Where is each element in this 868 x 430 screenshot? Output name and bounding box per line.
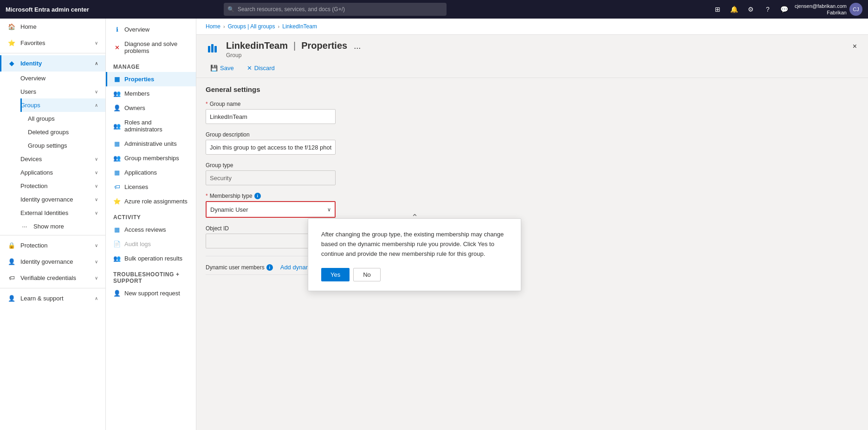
- azure-role-nav-label: Azure role assignments: [124, 198, 188, 205]
- sub-nav-applications[interactable]: ▦ Applications: [106, 165, 196, 180]
- support-icon: 👤: [113, 290, 121, 297]
- diagnose-icon: ✕: [113, 44, 121, 51]
- topbar-icons: ⊞ 🔔 ⚙ ? 💬 cjensen@fabrikan.com Fabrikan …: [711, 3, 862, 16]
- sub-nav-bulk-operations[interactable]: 👥 Bulk operation results: [106, 251, 196, 266]
- settings-icon[interactable]: ⚙: [745, 3, 758, 16]
- discard-icon: ✕: [247, 65, 252, 72]
- sidebar-item-groups[interactable]: Groups ∧: [20, 98, 105, 112]
- dynamic-members-label: Dynamic user members i: [206, 264, 273, 271]
- credentials-icon: 🏷: [7, 274, 16, 281]
- devices-label: Devices: [20, 156, 90, 163]
- sub-nav-admin-units[interactable]: ▦ Administrative units: [106, 137, 196, 151]
- protection-label: Protection: [20, 182, 90, 189]
- dynamic-members-info-icon[interactable]: i: [266, 264, 273, 271]
- sidebar-item-protection2[interactable]: 🔒 Protection ∨: [0, 237, 105, 254]
- sidebar-item-protection[interactable]: Protection ∨: [20, 179, 105, 193]
- owners-nav-label: Owners: [124, 104, 145, 111]
- sidebar-item-users[interactable]: Users ∨: [20, 85, 105, 98]
- sub-nav-properties[interactable]: ▦ Properties: [106, 72, 196, 86]
- sidebar-item-learn-support[interactable]: 👤 Learn & support ∧: [0, 290, 105, 306]
- manage-section-header: Manage: [106, 58, 196, 72]
- sidebar-item-verifiable-credentials[interactable]: 🏷 Verifiable credentials ∨: [0, 270, 105, 286]
- save-label: Save: [220, 65, 234, 72]
- roles-icon: 👥: [113, 123, 121, 130]
- search-input[interactable]: [224, 3, 447, 16]
- applications-nav-label: Applications: [124, 169, 157, 176]
- breadcrumb-home[interactable]: Home: [206, 23, 220, 30]
- sidebar-item-identity[interactable]: ◆ Identity ∧: [0, 55, 105, 72]
- content-wrapper: ℹ Overview ✕ Diagnose and solve problems…: [106, 19, 868, 430]
- breadcrumb-sep-1: ›: [223, 24, 225, 29]
- group-description-field: Group description: [206, 131, 859, 155]
- user-org: Fabrikan: [795, 9, 847, 16]
- star-icon: ⭐: [7, 39, 16, 46]
- sidebar-item-home[interactable]: 🏠 Home: [0, 19, 105, 35]
- identity-label: Identity: [20, 60, 90, 67]
- search-icon: 🔍: [227, 6, 234, 13]
- sub-nav-azure-role[interactable]: ⭐ Azure role assignments: [106, 194, 196, 208]
- page-header: LinkedinTeam | Properties ... Group ×: [196, 35, 868, 59]
- groups-chevron: ∧: [95, 103, 98, 108]
- main-layout: 🏠 Home ⭐ Favorites ∨ ◆ Identity ∧ Overvi…: [0, 19, 868, 430]
- save-button[interactable]: 💾 Save: [206, 62, 239, 74]
- users-label: Users: [20, 88, 90, 95]
- sub-nav-access-reviews[interactable]: ▦ Access reviews: [106, 222, 196, 237]
- user-menu[interactable]: cjensen@fabrikan.com Fabrikan CJ: [795, 3, 862, 16]
- sub-nav-new-support[interactable]: 👤 New support request: [106, 286, 196, 300]
- sidebar-item-group-settings[interactable]: Group settings: [28, 139, 105, 152]
- sidebar-item-favorites[interactable]: ⭐ Favorites ∨: [0, 35, 105, 51]
- sub-nav-overview[interactable]: ℹ Overview: [106, 22, 196, 37]
- sidebar-item-applications[interactable]: Applications ∨: [20, 166, 105, 179]
- show-more-label: Show more: [33, 223, 98, 230]
- section-title: General settings: [206, 85, 859, 93]
- devices-chevron: ∨: [95, 156, 98, 162]
- sidebar-item-external-identities[interactable]: External Identities ∨: [20, 206, 105, 220]
- protection2-chevron: ∨: [95, 243, 98, 248]
- membership-type-field: * Membership type i Dynamic User Assigne…: [206, 193, 859, 218]
- identity-subnav: Overview Users ∨ Groups ∧ All groups Del…: [0, 72, 105, 233]
- object-id-input: [206, 234, 319, 248]
- sidebar-item-show-more[interactable]: ··· Show more: [20, 220, 105, 233]
- sidebar-item-identity-governance[interactable]: Identity governance ∨: [20, 193, 105, 206]
- feedback-icon[interactable]: 💬: [778, 3, 791, 16]
- membership-type-select[interactable]: Dynamic User Assigned Dynamic Device: [207, 202, 335, 217]
- breadcrumb: Home › Groups | All groups › LinkedInTea…: [196, 19, 868, 35]
- governance-icon: 👤: [7, 258, 16, 265]
- sub-nav-diagnose[interactable]: ✕ Diagnose and solve problems: [106, 37, 196, 58]
- help-icon[interactable]: ?: [761, 3, 774, 16]
- discard-button[interactable]: ✕ Discard: [242, 62, 279, 74]
- troubleshooting-section-header: Troubleshooting + Support: [106, 266, 196, 286]
- group-description-input[interactable]: [206, 140, 336, 155]
- sub-nav-members[interactable]: 👥 Members: [106, 86, 196, 101]
- group-settings-label: Group settings: [28, 142, 98, 149]
- more-options-button[interactable]: ...: [351, 41, 363, 51]
- dialog-yes-button[interactable]: Yes: [321, 268, 350, 281]
- sub-nav-roles[interactable]: 👥 Roles and administrators: [106, 115, 196, 137]
- sub-nav-licenses[interactable]: 🏷 Licenses: [106, 180, 196, 194]
- bulk-operations-icon: 👥: [113, 255, 121, 262]
- sidebar-item-deleted-groups[interactable]: Deleted groups: [28, 125, 105, 139]
- audit-logs-nav-label: Audit logs: [124, 241, 151, 248]
- sidebar-item-overview[interactable]: Overview: [20, 72, 105, 85]
- user-info: cjensen@fabrikan.com Fabrikan: [795, 3, 847, 16]
- sub-nav-group-memberships[interactable]: 👥 Group memberships: [106, 151, 196, 165]
- group-memberships-nav-label: Group memberships: [124, 155, 179, 162]
- membership-info-icon[interactable]: i: [254, 193, 261, 199]
- dialog-no-button[interactable]: No: [353, 268, 381, 281]
- group-type-input: [206, 170, 336, 185]
- portal-icon[interactable]: ⊞: [711, 3, 724, 16]
- sub-nav-owners[interactable]: 👤 Owners: [106, 101, 196, 115]
- identity-governance-label: Identity governance: [20, 196, 90, 203]
- page-subtitle: Group: [226, 52, 845, 59]
- sub-nav-audit-logs: 📄 Audit logs: [106, 237, 196, 251]
- group-name-required: *: [206, 101, 208, 107]
- sidebar-item-identity-governance2[interactable]: 👤 Identity governance ∨: [0, 254, 105, 270]
- close-button[interactable]: ×: [851, 40, 859, 52]
- sidebar-item-all-groups[interactable]: All groups: [28, 112, 105, 125]
- group-name-input[interactable]: [206, 109, 336, 124]
- breadcrumb-groups[interactable]: Groups | All groups: [228, 23, 275, 30]
- object-id-label: Object ID: [206, 225, 859, 232]
- notification-icon[interactable]: 🔔: [728, 3, 741, 16]
- favorites-label: Favorites: [20, 39, 90, 46]
- sidebar-item-devices[interactable]: Devices ∨: [20, 152, 105, 166]
